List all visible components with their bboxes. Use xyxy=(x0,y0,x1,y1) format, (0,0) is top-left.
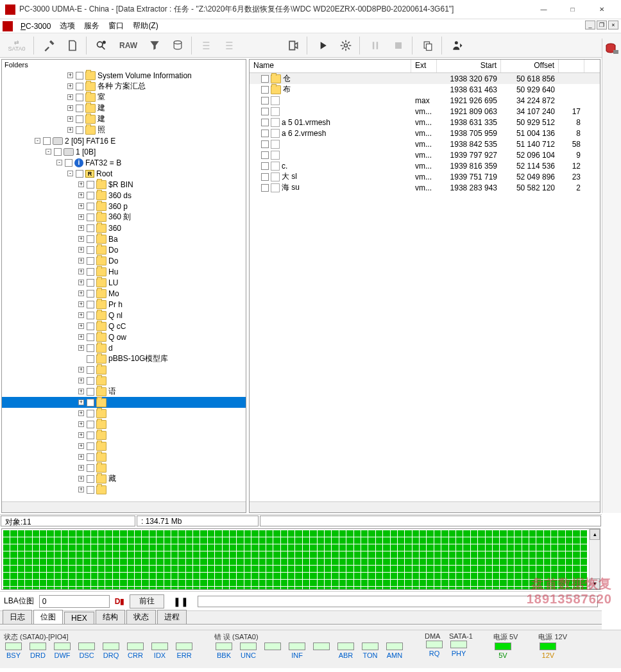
export-icon[interactable] xyxy=(282,35,304,56)
menu-options[interactable]: 选项 xyxy=(56,19,79,33)
tools-icon[interactable] xyxy=(38,35,60,56)
lba-pause-icon[interactable]: ❚❚ xyxy=(169,596,192,607)
expand-icon[interactable]: + xyxy=(78,454,84,460)
checkbox[interactable] xyxy=(87,410,94,417)
sata-port-button[interactable]: ⇄SATA0 xyxy=(3,35,31,56)
list-row[interactable]: a 5 01.vrmeshvm...1938 631 33550 929 512… xyxy=(250,117,600,128)
checkbox[interactable] xyxy=(87,214,94,221)
tree-node[interactable]: +各种 方案汇总 xyxy=(2,81,246,92)
drive-tool-icon[interactable] xyxy=(604,41,620,56)
expand-icon[interactable]: + xyxy=(78,389,84,394)
tree-node[interactable]: + 语 xyxy=(2,386,246,397)
sector-vscroll[interactable]: ▴ ▾ xyxy=(589,529,600,589)
checkbox[interactable] xyxy=(261,119,269,126)
expand-icon[interactable]: + xyxy=(67,127,73,133)
list-row[interactable]: vm...1939 797 92752 096 1049 xyxy=(250,149,600,160)
sector-map[interactable]: ▴ ▾ xyxy=(1,528,600,590)
expand-icon[interactable]: + xyxy=(78,443,84,449)
checkbox[interactable] xyxy=(261,86,269,94)
expand-icon[interactable]: + xyxy=(78,323,84,329)
goto-button[interactable]: 前往 xyxy=(130,594,164,609)
tree-node[interactable]: + xyxy=(2,364,246,375)
checkbox[interactable] xyxy=(87,399,94,407)
expand-icon[interactable]: + xyxy=(78,367,84,373)
tree-node[interactable]: -iFAT32 = B xyxy=(2,157,246,168)
expand-icon[interactable]: + xyxy=(78,301,84,307)
expand-icon[interactable]: + xyxy=(67,116,73,122)
list-hscroll[interactable] xyxy=(250,501,600,512)
menu-pc3000[interactable]: PC-3000 xyxy=(17,21,55,32)
expand-icon[interactable]: + xyxy=(67,72,73,78)
checkbox[interactable] xyxy=(87,323,94,330)
tree-node[interactable]: +$R BIN xyxy=(2,179,246,190)
list-row[interactable]: 海 suvm...1938 283 94350 582 1202 xyxy=(250,182,600,193)
checkbox[interactable] xyxy=(87,290,94,298)
tree-node[interactable]: +Hu xyxy=(2,266,246,277)
tree-node[interactable]: -1 [0B] xyxy=(2,146,246,157)
tab-HEX[interactable]: HEX xyxy=(64,612,94,624)
expand-icon[interactable]: + xyxy=(78,334,84,340)
funnel-icon[interactable] xyxy=(144,35,166,56)
checkbox[interactable] xyxy=(87,432,94,439)
checkbox[interactable] xyxy=(87,257,94,265)
checkbox[interactable] xyxy=(261,184,269,192)
checkbox[interactable] xyxy=(43,137,51,145)
scroll-up-icon[interactable]: ▴ xyxy=(590,529,600,540)
col-name[interactable]: Name xyxy=(250,60,411,72)
tab-日志[interactable]: 日志 xyxy=(3,610,32,624)
expand-icon[interactable]: + xyxy=(78,345,84,351)
checkbox[interactable] xyxy=(65,159,72,167)
checkbox[interactable] xyxy=(87,268,94,276)
tree-node[interactable]: -RRoot xyxy=(2,168,246,179)
tree-node[interactable]: + xyxy=(2,462,246,473)
file-list[interactable]: 仓1938 320 67950 618 856布1938 631 46350 9… xyxy=(250,73,600,501)
checkbox[interactable] xyxy=(76,72,83,80)
tree-node[interactable]: -2 [05] FAT16 E xyxy=(2,135,246,146)
list-config-icon[interactable] xyxy=(196,35,218,56)
expand-icon[interactable]: + xyxy=(67,83,73,89)
tree-node[interactable]: +Q cC xyxy=(2,321,246,332)
tree-node[interactable]: + xyxy=(2,430,246,441)
checkbox[interactable] xyxy=(87,366,94,374)
tree-node[interactable]: +360 xyxy=(2,223,246,233)
tree-node[interactable]: +360 刻 xyxy=(2,212,246,223)
tree-node[interactable]: +Do xyxy=(2,255,246,266)
checkbox[interactable] xyxy=(87,301,94,308)
tree-node[interactable]: +Q ow xyxy=(2,332,246,342)
checkbox[interactable] xyxy=(87,421,94,428)
expand-icon[interactable]: + xyxy=(78,203,84,209)
tree-node[interactable]: + xyxy=(2,451,246,462)
expand-icon[interactable]: + xyxy=(78,476,84,482)
tree-node[interactable]: +360 ds xyxy=(2,190,246,201)
tree-node[interactable]: + d xyxy=(2,342,246,353)
tree-node[interactable]: pBBS-10G模型库 xyxy=(2,353,246,364)
folder-tree[interactable]: +System Volume Information+各种 方案汇总+室+建+建… xyxy=(2,70,246,501)
expand-icon[interactable]: + xyxy=(78,214,84,220)
checkbox[interactable] xyxy=(87,333,94,341)
scroll-down-icon[interactable]: ▾ xyxy=(590,578,600,589)
checkbox[interactable] xyxy=(76,83,83,90)
checkbox[interactable] xyxy=(87,486,94,494)
expand-icon[interactable]: + xyxy=(78,432,84,438)
tree-node[interactable]: + xyxy=(2,375,246,386)
list-row[interactable]: vm...1938 842 53551 140 71258 xyxy=(250,139,600,149)
expand-icon[interactable]: - xyxy=(35,138,40,144)
stop-icon[interactable] xyxy=(387,35,409,56)
mdi-minimize[interactable]: _ xyxy=(585,21,595,29)
tree-node[interactable]: +照 xyxy=(2,124,246,135)
tree-node[interactable]: + 藏 xyxy=(2,473,246,484)
checkbox[interactable] xyxy=(87,344,94,352)
col-offset[interactable]: Offset xyxy=(501,60,559,72)
copy-icon[interactable] xyxy=(417,35,439,56)
menu-window[interactable]: 窗口 xyxy=(105,19,128,33)
checkbox[interactable] xyxy=(76,115,83,123)
list-row[interactable]: 仓1938 320 67950 618 856 xyxy=(250,73,600,84)
tree-node[interactable]: +360 p xyxy=(2,201,246,212)
checkbox[interactable] xyxy=(87,388,94,396)
checkbox[interactable] xyxy=(76,105,83,112)
expand-icon[interactable]: + xyxy=(78,236,84,242)
expand-icon[interactable]: + xyxy=(78,487,84,492)
expand-icon[interactable]: + xyxy=(78,269,84,274)
list-row[interactable]: vm...1921 809 06334 107 24017 xyxy=(250,106,600,117)
tree-node[interactable]: + xyxy=(2,484,246,495)
